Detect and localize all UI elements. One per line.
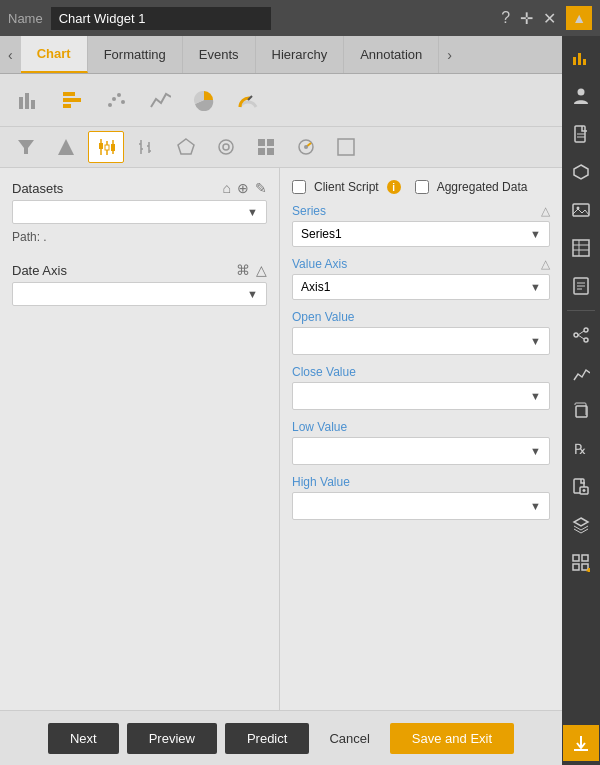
svg-point-7 [112, 97, 116, 101]
date-axis-arrow-icon[interactable]: △ [256, 262, 267, 278]
svg-rect-31 [267, 148, 274, 155]
svg-rect-66 [573, 555, 579, 561]
svg-rect-16 [105, 145, 109, 150]
datasets-home-icon[interactable]: ⌂ [223, 180, 231, 196]
sub-btn-filter[interactable] [8, 131, 44, 163]
chart-type-gauge[interactable] [228, 82, 268, 118]
next-button[interactable]: Next [48, 723, 119, 754]
svg-rect-1 [25, 93, 29, 109]
date-axis-section: Date Axis ⌘ △ ▼ [12, 262, 267, 306]
sub-btn-dial[interactable] [288, 131, 324, 163]
sidebar-icon-chart2[interactable] [563, 355, 599, 391]
widget-name-input[interactable] [51, 7, 271, 30]
sub-btn-pentagon[interactable] [168, 131, 204, 163]
chart-type-line[interactable] [140, 82, 180, 118]
save-exit-button[interactable]: Save and Exit [390, 723, 514, 754]
low-value-section: Low Value ▼ [292, 420, 550, 465]
sidebar-icon-doc[interactable] [563, 268, 599, 304]
svg-rect-3 [63, 92, 75, 96]
value-axis-label: Value Axis [292, 257, 347, 271]
series-section: Series △ Series1 ▼ [292, 204, 550, 247]
chart-type-hbar[interactable] [52, 82, 92, 118]
tab-annotation[interactable]: Annotation [344, 36, 439, 73]
tab-formatting[interactable]: Formatting [88, 36, 183, 73]
svg-point-56 [584, 338, 588, 342]
svg-marker-25 [178, 139, 194, 154]
tab-next-button[interactable]: › [439, 36, 460, 73]
datasets-dropdown[interactable]: ▼ [12, 200, 267, 224]
sidebar-icon-chart[interactable] [563, 40, 599, 76]
svg-marker-12 [58, 139, 74, 155]
high-value-arrow-icon: ▼ [530, 500, 541, 512]
svg-rect-14 [99, 143, 103, 149]
tab-events[interactable]: Events [183, 36, 256, 73]
sidebar-icon-rx[interactable]: ℞ [563, 431, 599, 467]
preview-button[interactable]: Preview [127, 723, 217, 754]
svg-rect-5 [63, 104, 71, 108]
sidebar-icon-table[interactable] [563, 230, 599, 266]
sidebar-icon-file[interactable] [563, 116, 599, 152]
svg-rect-38 [583, 59, 586, 65]
open-value-dropdown[interactable]: ▼ [292, 327, 550, 355]
sidebar-icon-users[interactable] [563, 78, 599, 114]
sidebar-icon-grid[interactable] [563, 545, 599, 581]
client-script-checkbox[interactable] [292, 180, 306, 194]
tab-chart[interactable]: Chart [21, 36, 88, 73]
svg-rect-18 [111, 144, 115, 151]
date-axis-arrow: ▼ [247, 288, 258, 300]
sub-btn-triangle[interactable] [48, 131, 84, 163]
datasets-edit-icon[interactable]: ✎ [255, 180, 267, 196]
svg-point-55 [584, 328, 588, 332]
chart-type-pie[interactable] [184, 82, 224, 118]
value-axis-arrow-icon[interactable]: △ [541, 257, 550, 271]
sub-btn-empty[interactable] [328, 131, 364, 163]
date-axis-label: Date Axis [12, 263, 67, 278]
svg-rect-35 [338, 139, 354, 155]
download-button[interactable] [563, 725, 599, 761]
sidebar-icon-layers[interactable] [563, 507, 599, 543]
low-value-dropdown[interactable]: ▼ [292, 437, 550, 465]
sub-btn-radial[interactable] [208, 131, 244, 163]
svg-rect-29 [267, 139, 274, 146]
close-value-section: Close Value ▼ [292, 365, 550, 410]
chart-type-bar[interactable] [8, 82, 48, 118]
close-value-arrow-icon: ▼ [530, 390, 541, 402]
sub-btn-candlestick[interactable] [88, 131, 124, 163]
high-value-dropdown[interactable]: ▼ [292, 492, 550, 520]
chart-type-scatter[interactable] [96, 82, 136, 118]
path-value: . [43, 230, 46, 244]
date-axis-network-icon[interactable]: ⌘ [236, 262, 250, 278]
tab-hierarchy[interactable]: Hierarchy [256, 36, 345, 73]
sub-btn-hlc[interactable] [128, 131, 164, 163]
svg-rect-46 [573, 240, 589, 256]
close-icon[interactable]: ✕ [543, 9, 556, 28]
svg-rect-69 [582, 564, 588, 570]
svg-line-58 [578, 335, 584, 339]
value-axis-dropdown[interactable]: Axis1 ▼ [292, 274, 550, 300]
sidebar-icon-file2[interactable] [563, 469, 599, 505]
svg-point-26 [219, 140, 233, 154]
help-icon[interactable]: ? [501, 9, 510, 27]
sidebar-icon-box[interactable] [563, 154, 599, 190]
series-arrow-icon[interactable]: △ [541, 204, 550, 218]
date-axis-dropdown[interactable]: ▼ [12, 282, 267, 306]
sidebar-icon-connect[interactable] [563, 317, 599, 353]
svg-rect-2 [31, 100, 35, 109]
open-value-label: Open Value [292, 310, 355, 324]
predict-button[interactable]: Predict [225, 723, 309, 754]
sub-btn-tile[interactable] [248, 131, 284, 163]
close-value-dropdown[interactable]: ▼ [292, 382, 550, 410]
series-dropdown[interactable]: Series1 ▼ [292, 221, 550, 247]
cancel-button[interactable]: Cancel [317, 723, 381, 754]
aggregated-data-checkbox[interactable] [415, 180, 429, 194]
expand-icon[interactable]: ▲ [566, 6, 592, 30]
datasets-add-icon[interactable]: ⊕ [237, 180, 249, 196]
move-icon[interactable]: ✛ [520, 9, 533, 28]
svg-rect-4 [63, 98, 81, 102]
sidebar-icon-copy[interactable] [563, 393, 599, 429]
sidebar-icon-image[interactable] [563, 192, 599, 228]
open-value-section: Open Value ▼ [292, 310, 550, 355]
tab-prev-button[interactable]: ‹ [0, 36, 21, 73]
svg-marker-11 [18, 140, 34, 154]
name-label: Name [8, 11, 43, 26]
